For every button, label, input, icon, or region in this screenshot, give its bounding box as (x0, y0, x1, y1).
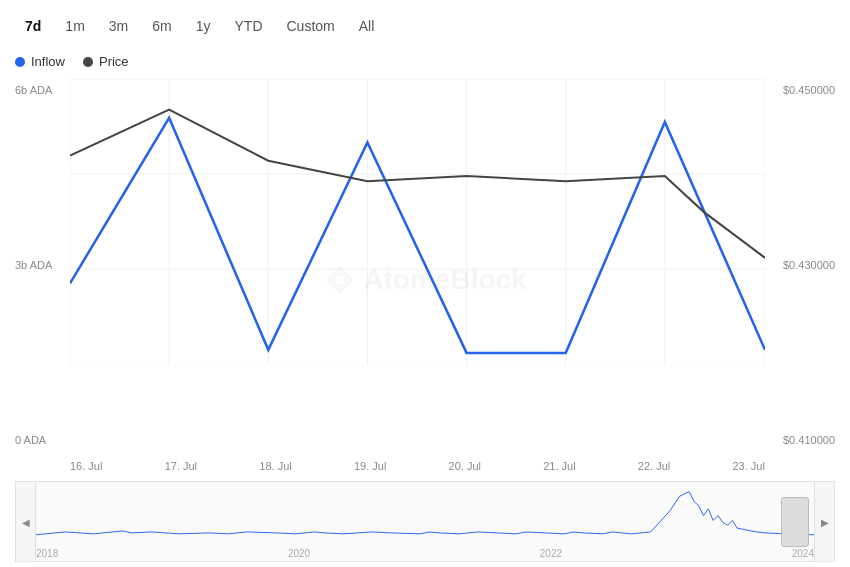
mini-chart-svg (36, 482, 814, 544)
filter-btn-1y[interactable]: 1y (186, 14, 221, 38)
filter-btn-1m[interactable]: 1m (55, 14, 94, 38)
y-left-top: 6b ADA (15, 84, 70, 96)
y-axis-right: $0.450000 $0.430000 $0.410000 (765, 79, 835, 451)
scroll-right-button[interactable]: ▶ (814, 482, 834, 561)
mini-x-label-1: 2020 (288, 548, 310, 559)
mini-x-label-2: 2022 (540, 548, 562, 559)
filter-btn-custom[interactable]: Custom (277, 14, 345, 38)
main-container: 7d1m3m6m1yYTDCustomAll Inflow Price 6b A… (0, 0, 850, 567)
x-axis: 16. Jul17. Jul18. Jul19. Jul20. Jul21. J… (70, 451, 765, 481)
x-label-2: 18. Jul (259, 460, 291, 472)
legend-inflow: Inflow (15, 54, 65, 69)
x-label-3: 19. Jul (354, 460, 386, 472)
filter-btn-ytd[interactable]: YTD (225, 14, 273, 38)
x-label-7: 23. Jul (732, 460, 764, 472)
price-dot (83, 57, 93, 67)
filter-btn-3m[interactable]: 3m (99, 14, 138, 38)
scroll-left-button[interactable]: ◀ (16, 482, 36, 561)
y-axis-left: 6b ADA 3b ADA 0 ADA (15, 79, 70, 451)
filter-btn-6m[interactable]: 6m (142, 14, 181, 38)
mini-x-label-0: 2018 (36, 548, 58, 559)
x-label-6: 22. Jul (638, 460, 670, 472)
legend-price: Price (83, 54, 129, 69)
chart-legend: Inflow Price (15, 52, 835, 71)
y-right-mid: $0.430000 (783, 259, 835, 271)
price-label: Price (99, 54, 129, 69)
filter-btn-all[interactable]: All (349, 14, 385, 38)
x-label-5: 21. Jul (543, 460, 575, 472)
chart-svg (70, 79, 765, 365)
range-selector[interactable] (781, 497, 809, 547)
y-left-mid: 3b ADA (15, 259, 70, 271)
x-label-1: 17. Jul (165, 460, 197, 472)
mini-x-label-3: 2024 (792, 548, 814, 559)
inflow-dot (15, 57, 25, 67)
mini-x-axis: 2018202020222024 (36, 546, 814, 561)
x-label-4: 20. Jul (449, 460, 481, 472)
time-filter-bar: 7d1m3m6m1yYTDCustomAll (15, 10, 835, 42)
y-left-bottom: 0 ADA (15, 434, 70, 446)
inflow-label: Inflow (31, 54, 65, 69)
y-right-bottom: $0.410000 (783, 434, 835, 446)
main-chart: 6b ADA 3b ADA 0 ADA $0.450000 $0.430000 … (15, 79, 835, 482)
mini-chart-container: ◀ ▶ 2018202020222024 (15, 482, 835, 562)
x-label-0: 16. Jul (70, 460, 102, 472)
inflow-line (70, 118, 765, 353)
y-right-top: $0.450000 (783, 84, 835, 96)
mini-inflow-line (36, 492, 814, 535)
filter-btn-7d[interactable]: 7d (15, 14, 51, 38)
